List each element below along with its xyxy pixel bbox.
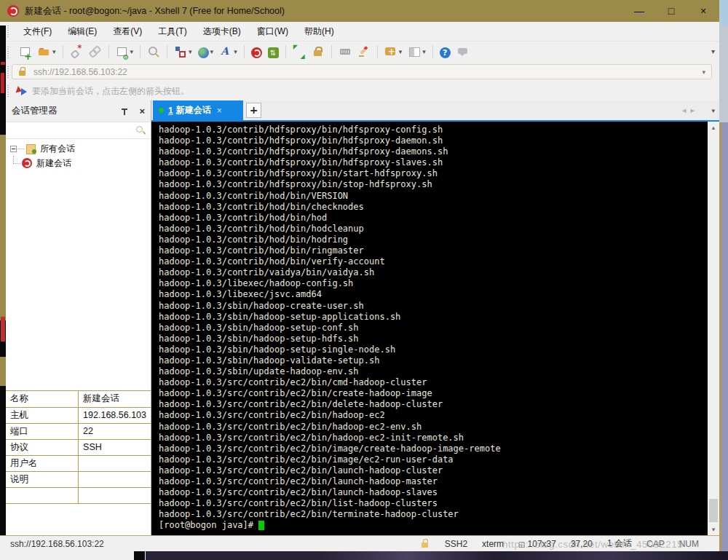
highlighter-icon	[357, 45, 371, 58]
property-row-empty	[6, 487, 151, 503]
address-input[interactable]: ssh://192.168.56.103:22	[33, 67, 127, 77]
font-button[interactable]	[217, 44, 240, 60]
disconnect-button[interactable]	[68, 44, 85, 60]
terminal-output: hadoop-1.0.3/contrib/hdfsproxy/bin/hdfsp…	[159, 125, 706, 535]
dropdown-caret-icon[interactable]	[210, 48, 214, 55]
tree-item-all-sessions[interactable]: 所有会话	[6, 141, 151, 156]
session-manager-panel: 会话管理器 × 所有会话 新建会话 名称新建会话主机192.168.56.103…	[6, 100, 151, 535]
reconnect-button[interactable]	[87, 44, 104, 60]
tree-item-label: 所有会话	[40, 143, 75, 155]
tree-item-new-session[interactable]: 新建会话	[6, 156, 151, 170]
scrollbar-thumb[interactable]	[709, 499, 718, 522]
toolbar-separator	[432, 45, 433, 58]
resize-icon	[518, 540, 525, 548]
toolbar-separator	[140, 45, 141, 58]
new-session-button[interactable]	[17, 44, 34, 60]
menu-item-4[interactable]: 选项卡(B)	[196, 23, 248, 41]
info-bar: 要添加当前会话，点击左侧的箭头按钮。	[0, 82, 719, 100]
menu-item-0[interactable]: 文件(F)	[16, 23, 59, 41]
dropdown-caret-icon[interactable]	[422, 48, 426, 55]
add-session-arrow-icon[interactable]	[16, 86, 28, 96]
menu-item-5[interactable]: 窗口(W)	[250, 23, 296, 41]
dropdown-caret-icon[interactable]	[234, 48, 237, 55]
status-num-lock: NUM	[679, 539, 699, 549]
toolbar-grip-icon[interactable]	[7, 66, 9, 78]
property-row: 说明	[6, 471, 151, 487]
terminal-cursor	[258, 521, 264, 530]
toolbar-grip-icon[interactable]	[7, 45, 9, 58]
property-value[interactable]: SSH	[79, 439, 151, 455]
menu-item-6[interactable]: 帮助(H)	[297, 23, 341, 41]
address-dropdown-caret-icon[interactable]	[702, 68, 705, 76]
tree-expander-icon[interactable]	[10, 146, 17, 152]
tab-menu-caret-icon[interactable]	[711, 107, 715, 114]
panel-close-icon[interactable]: ×	[139, 106, 145, 117]
tile-layout-icon	[408, 45, 421, 58]
new-file-button[interactable]	[382, 44, 405, 60]
scrollbar-up-icon[interactable]: ▴	[708, 122, 719, 133]
tab-scroll-arrows[interactable]: ◂▸	[682, 106, 699, 115]
dropdown-caret-icon[interactable]	[189, 48, 192, 55]
status-terminal-type: xterm	[482, 539, 504, 549]
menu-item-1[interactable]: 编辑(E)	[60, 23, 104, 41]
scrollbar-down-icon[interactable]: ▾	[708, 524, 719, 535]
property-label: 协议	[6, 439, 79, 455]
web-button[interactable]	[196, 45, 216, 59]
property-value[interactable]: 22	[79, 423, 151, 439]
find-button[interactable]	[145, 44, 162, 60]
address-bar: ssh://192.168.56.103:22	[0, 62, 719, 82]
xftp-button[interactable]	[266, 45, 281, 59]
tile-layout-button[interactable]	[405, 44, 428, 60]
fullscreen-button[interactable]	[290, 44, 308, 60]
dropdown-caret-icon[interactable]	[399, 48, 403, 55]
menu-item-3[interactable]: 工具(T)	[151, 23, 194, 41]
dropdown-caret-icon[interactable]	[52, 48, 56, 55]
property-label: 主机	[6, 407, 79, 423]
property-value[interactable]: 192.168.56.103	[79, 407, 151, 423]
help-button[interactable]	[438, 45, 453, 59]
lock-icon	[312, 45, 325, 58]
lock-button[interactable]	[309, 44, 327, 60]
desktop-background-left	[0, 25, 6, 535]
toolbar-overflow-caret-icon[interactable]	[711, 47, 715, 55]
feedback-button[interactable]	[454, 44, 472, 60]
minimize-button[interactable]: —	[623, 0, 655, 22]
session-search-input[interactable]	[7, 124, 131, 137]
toolbar-grip-icon[interactable]	[7, 85, 9, 97]
compose-button[interactable]	[172, 44, 194, 60]
toolbar-separator	[244, 45, 245, 58]
terminal[interactable]: hadoop-1.0.3/contrib/hdfsproxy/bin/hdfsp…	[151, 122, 719, 535]
help-icon	[440, 47, 451, 58]
lock-icon	[18, 67, 28, 76]
pin-icon[interactable]	[120, 107, 129, 116]
search-icon[interactable]	[136, 126, 145, 135]
status-window-size: 107x37	[518, 539, 556, 549]
status-protocol: SSH2	[445, 539, 467, 549]
close-button[interactable]: ×	[687, 0, 719, 22]
session-tab[interactable]: 1 新建会话 ×	[153, 100, 243, 120]
menu-bar: 文件(F)编辑(E)查看(V)工具(T)选项卡(B)窗口(W)帮助(H)	[0, 22, 719, 42]
session-properties-button[interactable]	[114, 44, 136, 60]
toolbar-grip-icon[interactable]	[7, 25, 9, 37]
property-value[interactable]: 新建会话	[79, 391, 151, 407]
menu-item-2[interactable]: 查看(V)	[106, 23, 149, 41]
dropdown-caret-icon[interactable]	[130, 48, 134, 55]
new-tab-button[interactable]: +	[246, 103, 261, 118]
property-value[interactable]	[79, 471, 151, 487]
highlighter-button[interactable]	[355, 44, 373, 60]
keyboard-button[interactable]	[336, 44, 354, 60]
property-value[interactable]	[79, 455, 151, 471]
info-message: 要添加当前会话，点击左侧的箭头按钮。	[32, 85, 189, 98]
address-field[interactable]: ssh://192.168.56.103:22	[12, 64, 712, 79]
toolbar-separator	[285, 45, 286, 58]
xshell-button[interactable]	[249, 45, 264, 59]
toolbar-separator	[167, 45, 167, 58]
terminal-scrollbar[interactable]: ▴ ▾	[708, 122, 719, 535]
open-folder-button[interactable]	[36, 44, 58, 60]
xshell-app-icon	[7, 5, 19, 17]
session-tree: 所有会话 新建会话	[6, 141, 151, 170]
tab-close-icon[interactable]: ×	[217, 106, 222, 116]
find-icon	[147, 45, 160, 58]
maximize-button[interactable]: □	[655, 0, 687, 22]
toolbar-separator	[108, 45, 109, 58]
